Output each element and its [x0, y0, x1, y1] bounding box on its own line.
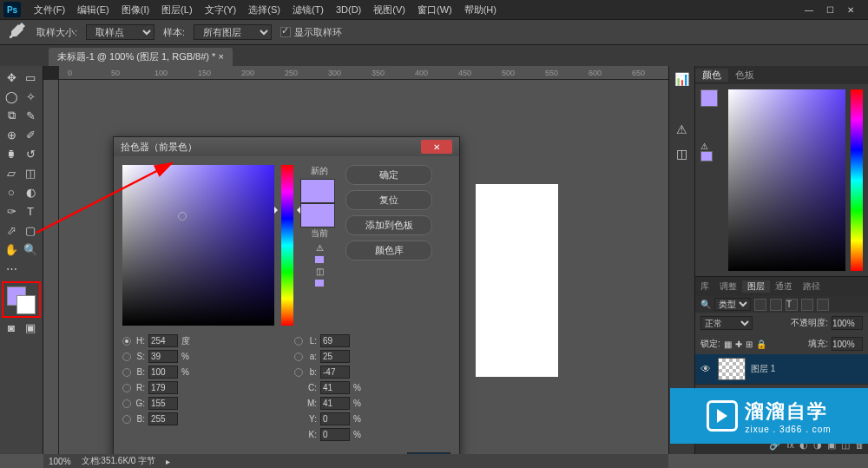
menu-help[interactable]: 帮助(H) — [458, 3, 503, 16]
color-tab[interactable]: 颜色 — [695, 69, 728, 82]
lock-position-icon[interactable]: ✚ — [735, 339, 742, 349]
adjust-tab[interactable]: 调整 — [714, 280, 742, 293]
more-tool-icon[interactable]: ⋯ — [2, 259, 21, 278]
filter-smart-icon[interactable] — [817, 299, 829, 311]
show-ring-checkbox[interactable] — [280, 27, 291, 37]
dialog-close-button[interactable]: ✕ — [421, 140, 452, 154]
ok-button[interactable]: 确定 — [345, 165, 432, 185]
color-picker-dialog[interactable]: 拾色器（前景色） ✕ 新的 当前 ⚠ ◫ 确定 复位 添加到色板 颜色库 — [113, 136, 460, 468]
blur-tool-icon[interactable]: ○ — [2, 182, 21, 201]
dock-swatch-icon[interactable]: ◫ — [674, 146, 690, 161]
menu-filter[interactable]: 滤镜(T) — [286, 3, 330, 16]
blend-mode-select[interactable]: 正常 — [700, 316, 753, 330]
chevron-right-icon[interactable]: ▸ — [166, 457, 170, 466]
panel-hue-slider[interactable] — [851, 89, 863, 271]
paths-tab[interactable]: 路径 — [798, 280, 825, 293]
path-select-icon[interactable]: ⬀ — [2, 221, 21, 240]
menu-image[interactable]: 图像(I) — [115, 3, 155, 16]
filter-adjust-icon[interactable] — [770, 299, 782, 311]
lock-all-icon[interactable]: 🔒 — [756, 339, 766, 349]
a-radio[interactable] — [294, 353, 303, 361]
screenmode-icon[interactable]: ▣ — [21, 318, 40, 337]
g-input[interactable] — [148, 397, 178, 410]
b2-input[interactable] — [320, 366, 350, 379]
websafe-swatch[interactable] — [314, 279, 325, 287]
sample-select[interactable]: 所有图层 — [194, 24, 272, 40]
history-brush-icon[interactable]: ↺ — [21, 144, 40, 163]
lock-pixels-icon[interactable]: ▦ — [724, 339, 732, 349]
menu-edit[interactable]: 编辑(E) — [71, 3, 115, 16]
h-input[interactable] — [148, 334, 178, 347]
r-radio[interactable] — [122, 384, 131, 392]
c-input[interactable] — [320, 381, 350, 394]
zoom-tool-icon[interactable]: 🔍 — [21, 240, 40, 259]
m-input[interactable] — [320, 397, 350, 410]
b2-radio[interactable] — [294, 368, 303, 377]
eraser-tool-icon[interactable]: ▱ — [2, 163, 21, 182]
gamut-warning-icon[interactable]: ⚠ — [316, 243, 324, 253]
lock-artboard-icon[interactable]: ⊞ — [746, 339, 753, 349]
filter-pixel-icon[interactable] — [754, 299, 766, 311]
filter-shape-icon[interactable] — [801, 299, 813, 311]
gamut-swatch[interactable] — [314, 255, 325, 264]
websafe-warning-icon[interactable]: ◫ — [316, 267, 324, 276]
opacity-input[interactable] — [832, 316, 863, 330]
color-field[interactable] — [122, 165, 274, 326]
current-color-swatch[interactable] — [300, 203, 335, 227]
g-radio[interactable] — [122, 399, 131, 408]
hand-tool-icon[interactable]: ✋ — [2, 240, 21, 259]
menu-file[interactable]: 文件(F) — [28, 3, 71, 16]
menu-layer[interactable]: 图层(L) — [155, 3, 198, 16]
hue-slider[interactable] — [281, 165, 293, 326]
eyedropper-tool-icon[interactable]: ✎ — [21, 106, 40, 125]
pen-tool-icon[interactable]: ✑ — [2, 201, 21, 221]
s-radio[interactable] — [122, 353, 131, 361]
lasso-tool-icon[interactable]: ◯ — [2, 87, 21, 106]
move-tool-icon[interactable]: ✥ — [2, 68, 21, 87]
layer-row[interactable]: 👁 图层 1 — [695, 354, 868, 385]
h-radio[interactable] — [122, 337, 131, 346]
layer-filter-select[interactable]: 类型 — [714, 298, 751, 311]
color-cursor[interactable] — [178, 212, 187, 221]
type-tool-icon[interactable]: T — [21, 201, 40, 221]
doc-info[interactable]: 文档:351.6K/0 字节 — [82, 455, 156, 467]
bl-radio[interactable] — [122, 415, 131, 424]
k-input[interactable] — [320, 428, 350, 441]
visibility-icon[interactable]: 👁 — [700, 363, 713, 375]
close-icon[interactable]: ✕ — [842, 3, 859, 16]
eyedropper-preset-icon[interactable] — [7, 23, 28, 41]
channels-tab[interactable]: 通道 — [770, 280, 798, 293]
s-input[interactable] — [148, 350, 178, 363]
gradient-tool-icon[interactable]: ◫ — [21, 163, 40, 182]
swatches-tab[interactable]: 色板 — [728, 69, 761, 82]
quickmask-icon[interactable]: ◙ — [2, 318, 21, 337]
stamp-tool-icon[interactable]: ⧯ — [2, 144, 21, 163]
crop-tool-icon[interactable]: ⧉ — [2, 106, 21, 125]
layer-name[interactable]: 图层 1 — [751, 363, 863, 375]
dodge-tool-icon[interactable]: ◐ — [21, 182, 40, 201]
panel-warn-swatch[interactable] — [700, 151, 713, 161]
panel-fg-swatch[interactable] — [700, 89, 718, 107]
maximize-icon[interactable]: ☐ — [821, 3, 838, 16]
add-swatch-button[interactable]: 添加到色板 — [345, 215, 432, 235]
color-lib-button[interactable]: 颜色库 — [345, 241, 432, 260]
l-input[interactable] — [320, 334, 350, 347]
zoom-level[interactable]: 100% — [49, 457, 71, 466]
b-input[interactable] — [148, 366, 178, 379]
l-radio[interactable] — [294, 337, 303, 346]
layers-tab[interactable]: 图层 — [742, 280, 770, 293]
layer-thumbnail[interactable] — [718, 358, 746, 380]
heal-tool-icon[interactable]: ⊕ — [2, 125, 21, 144]
libs-tab[interactable]: 库 — [695, 280, 714, 293]
menu-select[interactable]: 选择(S) — [242, 3, 286, 16]
fill-input[interactable] — [832, 337, 863, 351]
y-input[interactable] — [320, 412, 350, 425]
bl-input[interactable] — [148, 412, 178, 425]
menu-3d[interactable]: 3D(D) — [330, 4, 367, 15]
panel-color-field[interactable] — [728, 89, 845, 271]
shape-tool-icon[interactable]: ▢ — [21, 221, 40, 240]
wand-tool-icon[interactable]: ✧ — [21, 87, 40, 106]
b-radio[interactable] — [122, 368, 131, 377]
reset-button[interactable]: 复位 — [345, 190, 432, 210]
background-swatch[interactable] — [16, 295, 36, 314]
